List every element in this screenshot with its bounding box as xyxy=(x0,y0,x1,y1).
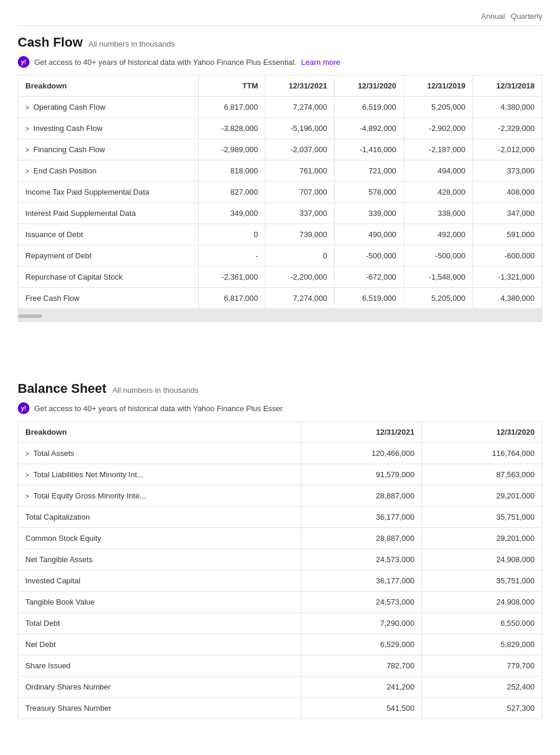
row-label: Free Cash Flow xyxy=(18,288,199,309)
row-label: Income Tax Paid Supplemental Data xyxy=(18,182,199,203)
row-label: Total Debt xyxy=(18,613,302,634)
expand-arrow-icon[interactable]: > xyxy=(25,168,31,175)
row-value: 782,700 xyxy=(302,655,422,677)
row-value: 349,000 xyxy=(198,203,265,224)
expand-arrow-icon[interactable]: > xyxy=(25,471,31,478)
table-row: Tangible Book Value24,573,00024,908,000 xyxy=(18,592,542,613)
table-row: Common Stock Equity28,887,00029,201,000 xyxy=(18,528,542,549)
row-label: Ordinary Shares Number xyxy=(18,677,302,698)
table-row: Invested Capital36,177,00035,751,000 xyxy=(18,570,542,592)
row-value: 721,000 xyxy=(335,160,404,182)
balancesheet-header-row: Breakdown 12/31/2021 12/31/2020 xyxy=(18,422,542,443)
expand-arrow-icon[interactable]: > xyxy=(25,125,31,132)
row-value: 408,000 xyxy=(473,182,542,203)
cashflow-col-breakdown: Breakdown xyxy=(18,76,199,97)
table-row[interactable]: > Total Liabilities Net Minority Int...9… xyxy=(18,464,542,485)
row-value: 591,000 xyxy=(473,224,542,245)
row-value: 28,887,000 xyxy=(302,485,422,507)
row-value: 827,000 xyxy=(198,182,265,203)
scroll-row xyxy=(18,309,542,322)
row-value: -4,892,000 xyxy=(335,118,404,139)
row-label: Common Stock Equity xyxy=(18,528,302,549)
cashflow-promo-text: Get access to 40+ years of historical da… xyxy=(34,58,296,67)
row-value: 87,563,000 xyxy=(422,464,542,485)
balancesheet-promo: y! Get access to 40+ years of historical… xyxy=(18,402,542,414)
row-value: -600,000 xyxy=(473,245,542,267)
table-row[interactable]: > Total Equity Gross Minority Inte...28,… xyxy=(18,485,542,507)
yahoo-finance-icon: y! xyxy=(18,56,30,68)
row-label: Issuance of Debt xyxy=(18,224,199,245)
table-row[interactable]: > Investing Cash Flow-3,828,000-5,196,00… xyxy=(18,118,542,139)
row-value: -2,037,000 xyxy=(266,139,335,160)
expand-arrow-icon[interactable]: > xyxy=(25,104,31,111)
row-value: -5,196,000 xyxy=(266,118,335,139)
row-value: -2,200,000 xyxy=(266,267,335,288)
cashflow-table: Breakdown TTM 12/31/2021 12/31/2020 12/3… xyxy=(18,75,542,322)
table-row: Net Debt6,529,0005,829,000 xyxy=(18,634,542,655)
scrollbar-thumb[interactable] xyxy=(18,314,42,318)
table-row[interactable]: > Operating Cash Flow6,817,0007,274,0006… xyxy=(18,97,542,118)
row-label: > Financing Cash Flow xyxy=(18,139,199,160)
row-value: 36,177,000 xyxy=(302,570,422,592)
table-row: Share Issued782,700779,700 xyxy=(18,655,542,677)
row-value: 6,817,000 xyxy=(198,288,265,309)
row-label: Share Issued xyxy=(18,655,302,677)
row-label: Net Tangible Assets xyxy=(18,549,302,570)
row-label: Net Debt xyxy=(18,634,302,655)
bs-col-breakdown: Breakdown xyxy=(18,422,302,443)
row-value: -3,828,000 xyxy=(198,118,265,139)
row-value: 241,200 xyxy=(302,677,422,698)
row-label: Repurchase of Capital Stock xyxy=(18,267,199,288)
scroll-indicator[interactable] xyxy=(18,309,542,322)
yahoo-finance-icon-2: y! xyxy=(18,402,30,414)
table-row: Repurchase of Capital Stock-2,361,000-2,… xyxy=(18,267,542,288)
table-row[interactable]: > Total Assets120,466,000116,764,000 xyxy=(18,443,542,464)
row-label: > Operating Cash Flow xyxy=(18,97,199,118)
row-value: 120,466,000 xyxy=(302,443,422,464)
row-value: -500,000 xyxy=(404,245,473,267)
row-value: 36,177,000 xyxy=(302,507,422,528)
balancesheet-title: Balance Sheet xyxy=(18,381,106,396)
expand-arrow-icon[interactable]: > xyxy=(25,450,31,457)
row-value: -1,548,000 xyxy=(404,267,473,288)
row-value: 6,519,000 xyxy=(335,97,404,118)
row-value: 24,573,000 xyxy=(302,549,422,570)
row-value: 28,887,000 xyxy=(302,528,422,549)
table-row[interactable]: > Financing Cash Flow-2,989,000-2,037,00… xyxy=(18,139,542,160)
cashflow-learn-more[interactable]: Learn more xyxy=(301,58,340,67)
expand-arrow-icon[interactable]: > xyxy=(25,146,31,153)
quarterly-label[interactable]: Quarterly xyxy=(511,12,542,21)
row-label: > Investing Cash Flow xyxy=(18,118,199,139)
table-row: Repayment of Debt-0-500,000-500,000-600,… xyxy=(18,245,542,267)
row-value: 707,000 xyxy=(266,182,335,203)
row-label: Invested Capital xyxy=(18,570,302,592)
row-value: 6,817,000 xyxy=(198,97,265,118)
balancesheet-subtitle: All numbers in thousands xyxy=(112,386,198,395)
row-value: 7,274,000 xyxy=(266,288,335,309)
balancesheet-table: Breakdown 12/31/2021 12/31/2020 > Total … xyxy=(18,421,542,719)
cashflow-promo: y! Get access to 40+ years of historical… xyxy=(18,56,542,68)
row-value: 29,201,000 xyxy=(422,485,542,507)
row-value: 818,000 xyxy=(198,160,265,182)
row-label: > Total Equity Gross Minority Inte... xyxy=(18,485,302,507)
row-value: 0 xyxy=(266,245,335,267)
cashflow-header: Cash Flow All numbers in thousands xyxy=(18,35,542,50)
table-row: Total Capitalization36,177,00035,751,000 xyxy=(18,507,542,528)
table-row[interactable]: > End Cash Position818,000761,000721,000… xyxy=(18,160,542,182)
row-value: 5,829,000 xyxy=(422,634,542,655)
row-value: 494,000 xyxy=(404,160,473,182)
cashflow-col-2019: 12/31/2019 xyxy=(404,76,473,97)
row-value: 339,000 xyxy=(335,203,404,224)
expand-arrow-icon[interactable]: > xyxy=(25,493,31,500)
table-row: Interest Paid Supplemental Data349,00033… xyxy=(18,203,542,224)
annual-label[interactable]: Annual xyxy=(481,12,505,21)
table-row: Free Cash Flow6,817,0007,274,0006,519,00… xyxy=(18,288,542,309)
row-value: 6,550,000 xyxy=(422,613,542,634)
cashflow-col-ttm: TTM xyxy=(198,76,265,97)
row-value: -672,000 xyxy=(335,267,404,288)
cashflow-subtitle: All numbers in thousands xyxy=(89,40,175,48)
table-row: Net Tangible Assets24,573,00024,908,000 xyxy=(18,549,542,570)
row-value: -2,329,000 xyxy=(473,118,542,139)
row-value: -500,000 xyxy=(335,245,404,267)
row-value: 490,000 xyxy=(335,224,404,245)
